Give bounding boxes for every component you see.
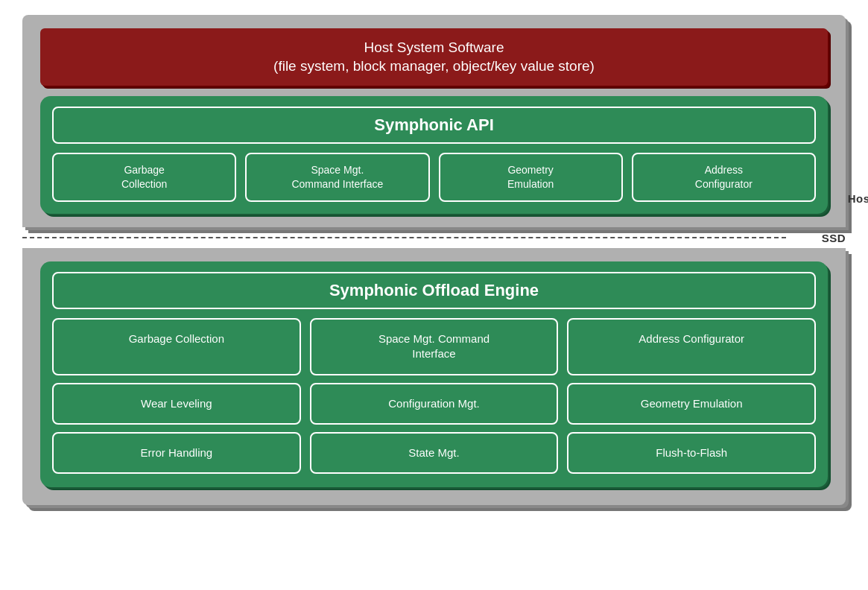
diagram-container: Host Host System Software (file system, … [22, 15, 846, 505]
offload-module-2-2: Flush-to-Flash [567, 432, 816, 474]
api-module-2: GeometryEmulation [439, 153, 623, 202]
offload-module-1-1: Configuration Mgt. [310, 383, 559, 425]
host-software-line1: Host System Software [364, 39, 504, 55]
host-software-bar: Host System Software (file system, block… [40, 28, 828, 86]
offload-module-1-0: Wear Leveling [52, 383, 301, 425]
offload-engine-box: Symphonic Offload Engine Garbage Collect… [40, 261, 828, 487]
offload-row-2: Error Handling State Mgt. Flush-to-Flash [52, 432, 816, 474]
offload-module-0-0: Garbage Collection [52, 318, 301, 375]
offload-module-2-0: Error Handling [52, 432, 301, 474]
host-label: Host [848, 192, 868, 205]
offload-module-1-2: Geometry Emulation [567, 383, 816, 425]
offload-title: Symphonic Offload Engine [52, 272, 816, 309]
api-title: Symphonic API [52, 107, 816, 144]
api-modules-row: GarbageCollection Space Mgt.Command Inte… [52, 153, 816, 202]
offload-row-0: Garbage Collection Space Mgt. CommandInt… [52, 318, 816, 375]
host-section: Host Host System Software (file system, … [22, 15, 846, 227]
offload-modules-grid: Garbage Collection Space Mgt. CommandInt… [52, 318, 816, 474]
symphonic-api-box: Symphonic API GarbageCollection Space Mg… [40, 96, 828, 214]
offload-module-0-2: Address Configurator [567, 318, 816, 375]
ssd-label: SSD [822, 232, 846, 244]
offload-module-2-1: State Mgt. [310, 432, 559, 474]
host-software-line2: (file system, block manager, object/key … [273, 58, 595, 74]
host-ssd-divider: SSD [22, 227, 846, 248]
api-module-0: GarbageCollection [52, 153, 236, 202]
offload-module-0-1: Space Mgt. CommandInterface [310, 318, 559, 375]
api-module-1: Space Mgt.Command Interface [245, 153, 429, 202]
ssd-section: Symphonic Offload Engine Garbage Collect… [22, 248, 846, 505]
api-module-3: AddressConfigurator [632, 153, 816, 202]
offload-row-1: Wear Leveling Configuration Mgt. Geometr… [52, 383, 816, 425]
